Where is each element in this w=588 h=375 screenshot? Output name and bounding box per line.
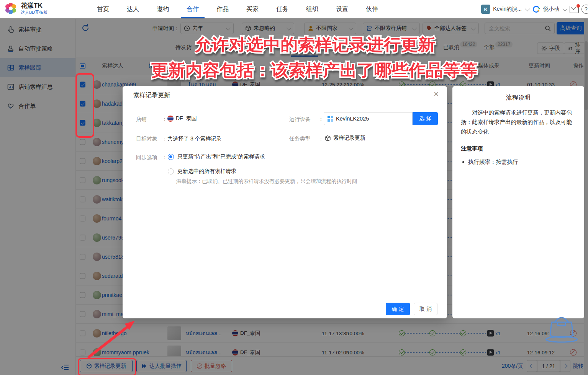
- confirm-button[interactable]: 确 定: [386, 303, 410, 315]
- nav-item[interactable]: 合作: [178, 0, 208, 18]
- shop-label: 店铺: [136, 116, 147, 123]
- sync-option-1[interactable]: 只更新“待产出”和“已完成”的索样请求: [168, 153, 265, 160]
- dialog-header: 索样记录更新 ×: [123, 86, 447, 105]
- task-type-label: 任务类型: [289, 135, 311, 142]
- windows-icon: [328, 116, 333, 122]
- shop-value: DF_泰国: [167, 115, 197, 122]
- nav-item[interactable]: 作品: [208, 0, 237, 18]
- brand-title: 花漾TK: [21, 2, 47, 10]
- target-value: 共选择了 3 个索样记录: [167, 135, 222, 142]
- nav-item[interactable]: 任务: [267, 0, 297, 18]
- chevron-down-icon[interactable]: [563, 6, 568, 11]
- nav-item[interactable]: 买家: [237, 0, 267, 18]
- task-type-value: 索样记录更新: [324, 135, 365, 142]
- app-root: 花漾TK 达人BD开拓版 首页 达人 邀约 合作: [0, 0, 588, 375]
- target-label: 目标对象: [136, 135, 157, 142]
- nav-item[interactable]: 组织: [297, 0, 327, 18]
- org-logo-icon: [532, 5, 541, 13]
- choose-device-button[interactable]: 选 择: [413, 112, 438, 125]
- dialog-title: 索样记录更新: [133, 91, 170, 99]
- user-name[interactable]: Kevin的演...: [493, 6, 522, 13]
- avatar[interactable]: K: [481, 5, 490, 14]
- process-description-panel: 流程说明 对选中的索样请求进行更新，更新内容包括：此索样请求产出的最新的作品，以…: [452, 86, 584, 318]
- sample-record-update-dialog: 索样记录更新 × 店铺 ： DF_泰国 运行设备 ： KevinLK2025 选…: [123, 86, 447, 318]
- device-label: 运行设备: [289, 116, 311, 123]
- sync-option-hint: 温馨提示：已取消、已过期的索样请求没有必要更新，只会增加流程的执行时间: [176, 178, 357, 185]
- main-nav: 首页 达人 邀约 合作 作品 买家: [88, 0, 387, 18]
- radio-selected-icon[interactable]: [168, 154, 174, 160]
- brand-subtitle: 达人BD开拓版: [21, 10, 47, 15]
- panel-description: 对选中的索样请求进行更新，更新内容包括：此索样请求产出的最新的作品，以及可能的状…: [461, 108, 576, 137]
- help-icon[interactable]: ?: [581, 5, 588, 14]
- nav-item[interactable]: 达人: [118, 0, 148, 18]
- radio-unselected-icon[interactable]: [168, 168, 174, 174]
- sync-option-2[interactable]: 更新选中的所有索样请求: [168, 168, 236, 175]
- nav-item[interactable]: 设置: [327, 0, 357, 18]
- note-item: 执行频率：按需执行: [461, 158, 576, 166]
- device-field[interactable]: KevinLK2025: [324, 112, 413, 125]
- top-nav: 花漾TK 达人BD开拓版 首页 达人 邀约 合作: [0, 0, 588, 19]
- package-icon: [324, 135, 331, 142]
- cancel-button[interactable]: 取 消: [414, 303, 437, 315]
- flower-logo-icon: [4, 2, 18, 15]
- org-name[interactable]: 悦小动: [543, 6, 559, 13]
- mail-icon[interactable]: [570, 6, 579, 13]
- notification-dot: [577, 4, 580, 8]
- brand: 花漾TK 达人BD开拓版: [4, 2, 47, 15]
- panel-title: 流程说明: [461, 94, 576, 102]
- nav-item[interactable]: 伙伴: [357, 0, 387, 18]
- nav-item[interactable]: 邀约: [148, 0, 178, 18]
- close-icon[interactable]: ×: [434, 90, 439, 98]
- sync-option-label: 同步选项: [136, 154, 157, 161]
- nav-item[interactable]: 首页: [88, 0, 118, 18]
- notes-title: 注意事项: [461, 145, 576, 152]
- thailand-flag-icon: [167, 116, 174, 122]
- top-right-cluster: K Kevin的演... 悦小动 ?: [481, 0, 586, 18]
- device-value: KevinLK2025: [336, 116, 369, 122]
- chevron-down-icon[interactable]: [525, 6, 530, 11]
